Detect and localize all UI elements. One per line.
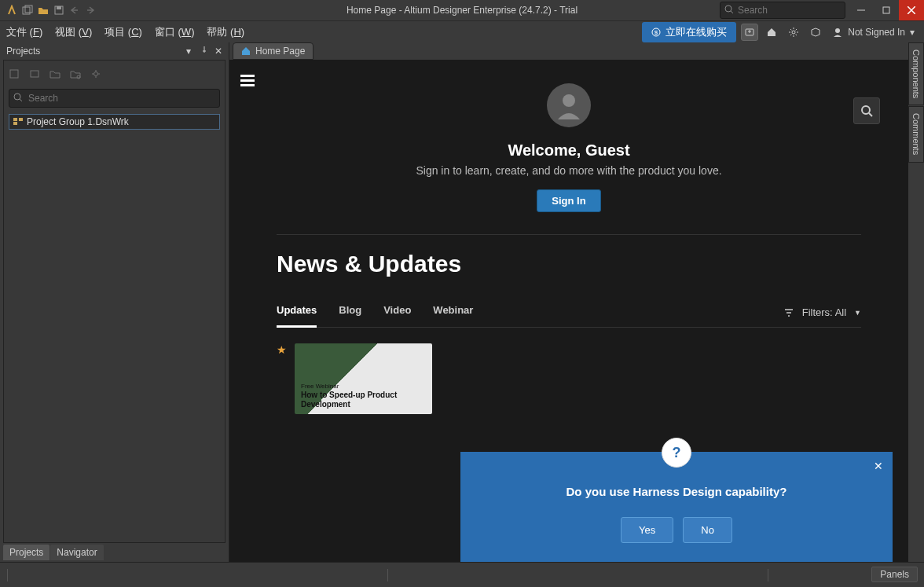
tab-video[interactable]: Video [383,298,411,327]
sign-in-label: Not Signed In [848,27,905,38]
popup-close-icon[interactable]: ✕ [874,460,883,472]
svg-point-4 [725,6,732,12]
avatar [547,83,591,127]
panel-title: Projects [3,46,40,57]
sign-in-status[interactable]: Not Signed In ▾ [829,25,918,39]
side-tab-comments[interactable]: Comments [908,106,924,162]
search-icon [13,93,23,102]
divider [277,234,861,235]
menu-v[interactable]: 视图 (V) [55,25,92,39]
tab-updates[interactable]: Updates [277,298,317,328]
top-search-input[interactable] [720,2,845,19]
panel-menu-icon[interactable]: ▾ [186,46,197,57]
menu-f[interactable]: 文件 (F) [6,25,42,39]
home-page: Welcome, Guest Sign in to learn, create,… [229,60,908,562]
user-icon [832,27,843,38]
home-icon[interactable] [763,24,780,41]
filters-label: Filters: All [802,306,846,318]
svg-rect-7 [883,7,889,13]
tab-home-page[interactable]: Home Page [233,42,314,60]
svg-line-22 [20,99,22,101]
svg-line-5 [731,11,733,13]
menu-w[interactable]: 窗口 (W) [155,25,195,39]
svg-point-20 [94,72,98,76]
status-bar: Panels [0,562,924,587]
app-logo-icon [6,5,17,16]
side-tab-components[interactable]: Components [908,42,924,105]
menu-bar: 文件 (F)视图 (V)项目 (C)窗口 (W)帮助 (H) $ 立即在线购买 … [0,20,924,42]
folder-icon[interactable] [50,68,64,83]
home-search-button[interactable] [853,97,880,124]
question-icon: ? [662,438,691,468]
svg-point-26 [862,106,870,114]
filters-dropdown[interactable]: Filters: All ▼ [783,306,861,318]
notes-icon[interactable] [741,24,758,41]
svg-rect-17 [10,70,18,78]
save-icon[interactable] [9,68,23,83]
popup-question: Do you use Harness Design capability? [479,485,874,498]
open-folder-icon[interactable] [38,5,49,16]
welcome-title: Welcome, Guest [277,141,861,160]
project-group-item[interactable]: Project Group 1.DsnWrk [9,114,220,130]
compile-icon[interactable] [29,68,43,83]
svg-point-15 [792,31,795,34]
tab-webinar[interactable]: Webinar [433,298,473,327]
folder-settings-icon[interactable] [70,68,84,83]
svg-rect-24 [13,122,17,125]
minimize-button[interactable] [849,0,874,20]
svg-line-27 [869,113,872,116]
save-icon[interactable] [53,5,64,16]
dollar-icon: $ [651,28,661,37]
plugin-icon[interactable] [807,24,824,41]
panels-button[interactable]: Panels [871,567,918,582]
buy-online-button[interactable]: $ 立即在线购买 [642,22,736,42]
buy-label: 立即在线购买 [666,25,727,39]
home-icon [241,46,251,56]
chevron-down-icon: ▼ [854,309,861,317]
close-panel-icon[interactable]: ✕ [214,46,226,57]
gear-icon[interactable] [785,24,802,41]
title-bar: Home Page - Altium Designer Enterprise (… [0,0,924,20]
star-icon: ★ [277,343,287,414]
card-title: How to Speed-up Product Development [301,391,432,409]
svg-text:$: $ [654,29,658,36]
svg-point-16 [835,28,840,33]
news-title: News & Updates [277,251,861,277]
tab-navigator[interactable]: Navigator [50,545,103,560]
svg-point-28 [563,94,575,107]
chevron-down-icon: ▾ [910,27,915,38]
project-search-input[interactable] [9,89,220,108]
tab-blog[interactable]: Blog [339,298,361,327]
maximize-button[interactable] [874,0,899,20]
menu-c[interactable]: 项目 (C) [104,25,142,39]
pin-icon[interactable] [200,46,211,57]
tab-label: Home Page [255,46,305,57]
hamburger-icon[interactable] [240,72,255,89]
redo-icon[interactable] [85,5,96,16]
window-title: Home Page - Altium Designer Enterprise (… [346,5,578,16]
svg-rect-23 [13,118,17,121]
undo-icon[interactable] [69,5,80,16]
survey-popup: ? ✕ Do you use Harness Design capability… [460,422,893,562]
svg-rect-0 [23,7,30,14]
sign-in-button[interactable]: Sign In [537,189,600,212]
close-button[interactable] [899,0,924,20]
svg-rect-3 [57,6,61,9]
project-icon [13,117,24,127]
svg-rect-1 [25,6,32,13]
welcome-subtitle: Sign in to learn, create, and do more wi… [277,164,861,177]
svg-rect-25 [19,118,23,121]
menu-h[interactable]: 帮助 (H) [207,25,244,39]
card-overline: Free Webinar [301,383,432,391]
svg-point-21 [14,94,20,100]
popup-yes-button[interactable]: Yes [621,517,673,543]
save-all-icon[interactable] [22,5,33,16]
gear-icon[interactable] [90,68,104,83]
tab-projects[interactable]: Projects [3,545,50,560]
popup-no-button[interactable]: No [683,517,732,543]
news-card-thumbnail[interactable]: Free Webinar How to Speed-up Product Dev… [295,343,432,414]
top-search[interactable] [720,2,845,19]
filter-icon [783,307,794,318]
svg-rect-18 [31,71,38,77]
project-item-label: Project Group 1.DsnWrk [27,116,129,127]
